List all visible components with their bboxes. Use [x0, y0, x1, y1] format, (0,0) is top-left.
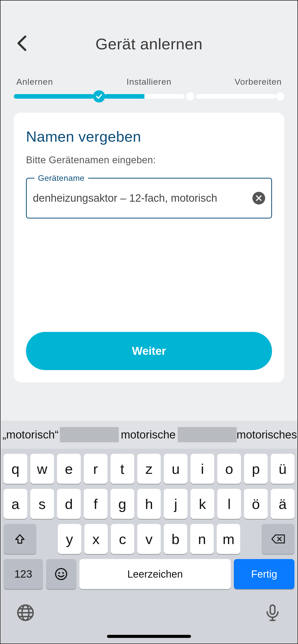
key-k[interactable]: k	[191, 489, 214, 519]
key-d[interactable]: d	[57, 489, 81, 519]
svg-point-0	[56, 568, 66, 579]
key-w[interactable]: w	[30, 454, 54, 484]
shift-key[interactable]	[4, 524, 36, 554]
progress-segment-2	[104, 94, 184, 99]
microphone-icon	[263, 604, 282, 622]
step-label-1: Anlernen	[14, 77, 105, 87]
key-y[interactable]: y	[58, 524, 81, 554]
progress-segment-3	[196, 94, 276, 99]
card-subtitle: Bitte Gerätenamen eingeben:	[26, 155, 272, 166]
key-m[interactable]: m	[217, 524, 240, 554]
key-ä[interactable]: ä	[271, 489, 294, 519]
key-o[interactable]: o	[217, 454, 241, 484]
numbers-key[interactable]: 123	[4, 559, 43, 589]
key-b[interactable]: b	[164, 524, 187, 554]
step-label-3: Vorbereiten	[193, 77, 284, 87]
key-v[interactable]: v	[137, 524, 161, 554]
emoji-icon	[55, 567, 68, 581]
key-row-4: 123 Leerzeichen Fertig	[1, 559, 297, 589]
backspace-key[interactable]	[262, 524, 294, 554]
step-dot-2	[186, 92, 194, 100]
key-c[interactable]: c	[111, 524, 134, 554]
key-ü[interactable]: ü	[271, 454, 294, 484]
continue-button[interactable]: Weiter	[26, 332, 272, 370]
close-icon	[255, 195, 262, 201]
svg-rect-5	[270, 605, 275, 614]
progress-segment-1	[14, 94, 94, 99]
key-t[interactable]: t	[111, 454, 134, 484]
keyboard: „motorisch“ motorische motorisches qwert…	[1, 421, 297, 643]
key-j[interactable]: j	[164, 489, 187, 519]
check-icon	[96, 93, 103, 100]
back-button[interactable]	[17, 36, 27, 52]
key-p[interactable]: p	[244, 454, 268, 484]
progress-labels: Anlernen Installieren Vorbereiten	[14, 77, 284, 87]
done-key[interactable]: Fertig	[234, 559, 294, 589]
chevron-left-icon	[17, 36, 27, 51]
key-z[interactable]: z	[137, 454, 161, 484]
page-title: Gerät anlernen	[96, 35, 203, 53]
key-f[interactable]: f	[84, 489, 107, 519]
suggestion-bar: „motorisch“ motorische motorisches	[1, 421, 297, 449]
key-u[interactable]: u	[164, 454, 187, 484]
key-e[interactable]: e	[57, 454, 81, 484]
svg-point-2	[62, 572, 64, 574]
key-row-3: y x c v b n m	[1, 524, 297, 554]
key-row-1: qwertzuiopü	[1, 454, 297, 484]
backspace-icon	[271, 533, 285, 545]
key-i[interactable]: i	[191, 454, 214, 484]
step-complete-icon	[93, 90, 105, 103]
field-label: Gerätename	[34, 173, 88, 183]
step-label-2: Installieren	[105, 77, 193, 87]
shift-icon	[14, 533, 25, 545]
suggestion-1[interactable]: „motorisch“	[1, 428, 60, 441]
key-s[interactable]: s	[30, 489, 54, 519]
card-title: Namen vergeben	[26, 128, 272, 145]
suggestion-2[interactable]: motorische	[119, 428, 178, 441]
clear-input-button[interactable]	[252, 192, 265, 204]
key-r[interactable]: r	[84, 454, 107, 484]
globe-button[interactable]	[16, 604, 35, 623]
step-dot-3	[276, 92, 284, 100]
key-q[interactable]: q	[4, 454, 27, 484]
key-l[interactable]: l	[217, 489, 241, 519]
card: Namen vergeben Bitte Gerätenamen eingebe…	[14, 113, 284, 382]
key-g[interactable]: g	[111, 489, 134, 519]
space-key[interactable]: Leerzeichen	[79, 559, 231, 589]
key-n[interactable]: n	[190, 524, 214, 554]
key-x[interactable]: x	[84, 524, 108, 554]
device-name-field[interactable]: Gerätename	[26, 178, 272, 218]
globe-icon	[16, 604, 35, 622]
key-ö[interactable]: ö	[244, 489, 268, 519]
keyboard-bottom-bar	[1, 594, 297, 630]
home-indicator[interactable]	[107, 635, 191, 638]
emoji-key[interactable]	[46, 559, 76, 589]
key-h[interactable]: h	[137, 489, 161, 519]
key-row-2: asdfghjklöä	[1, 489, 297, 519]
suggestion-3[interactable]: motorisches	[237, 428, 297, 441]
svg-point-1	[58, 572, 60, 574]
key-a[interactable]: a	[4, 489, 27, 519]
progress-bar	[14, 90, 284, 103]
dictation-button[interactable]	[263, 604, 282, 623]
device-name-input[interactable]	[33, 192, 247, 204]
header: Gerät anlernen	[14, 16, 284, 72]
